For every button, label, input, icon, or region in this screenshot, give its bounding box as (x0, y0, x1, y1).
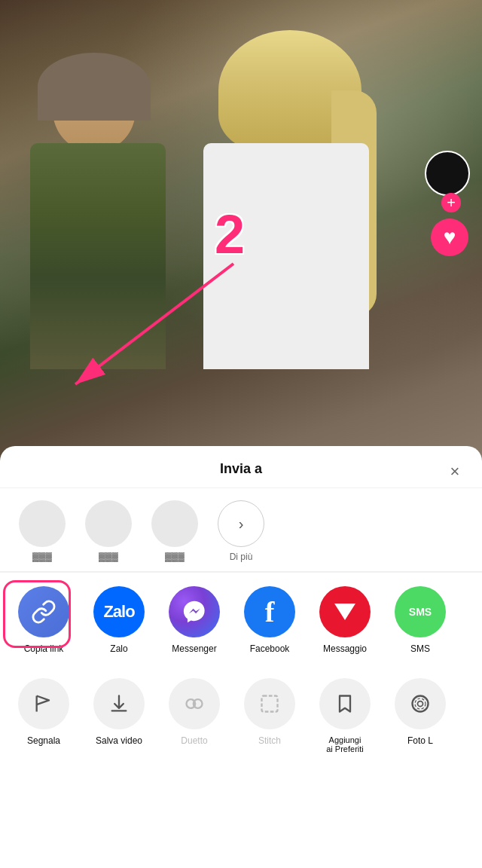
apps-row: Copia link Zalo Zalo Messenger f Fac (0, 573, 482, 665)
segnala-icon (18, 678, 69, 729)
foto-l-label: Foto L (407, 735, 433, 746)
stitch-icon-svg (259, 693, 280, 714)
friend-avatar (85, 500, 132, 547)
facebook-button[interactable]: f Facebook (232, 586, 307, 654)
zalo-icon: Zalo (93, 586, 145, 637)
video-background: 2 + ♥ (0, 0, 482, 467)
segnala-button[interactable]: Segnala (6, 678, 81, 746)
more-friends-item[interactable]: › Di più (214, 500, 268, 562)
salva-video-button[interactable]: Salva video (81, 678, 157, 746)
flag-icon (33, 693, 54, 714)
sms-button[interactable]: SMS SMS (383, 586, 458, 654)
follow-button[interactable]: + (441, 193, 461, 212)
friends-row: ▓▓▓ ▓▓▓ ▓▓▓ › Di più (0, 488, 482, 572)
sms-label: SMS (410, 643, 430, 654)
sms-icon: SMS (395, 586, 446, 637)
facebook-icon: f (244, 586, 295, 637)
messenger-button[interactable]: Messenger (157, 586, 232, 654)
messaggio-button[interactable]: Messaggio (307, 586, 383, 654)
bookmark-icon (334, 693, 355, 714)
messenger-label: Messenger (172, 643, 216, 654)
avatar (425, 151, 470, 196)
download-icon (108, 693, 130, 714)
zalo-button[interactable]: Zalo Zalo (81, 586, 157, 654)
sheet-header: Invia a × (0, 446, 482, 488)
facebook-label: Facebook (250, 643, 290, 654)
duetto-icon (169, 678, 220, 729)
messaggio-icon (319, 586, 371, 637)
messenger-icon (169, 586, 220, 637)
friend-avatar-image (85, 500, 132, 547)
foto-l-button[interactable]: Foto L (383, 678, 458, 746)
friend-avatar-image (151, 500, 198, 547)
duetto-button: Duetto (157, 678, 232, 746)
foto-icon-svg (410, 693, 431, 714)
foto-l-icon (395, 678, 446, 729)
sheet-title: Invia a (220, 461, 262, 477)
friend-avatar (151, 500, 198, 547)
friend-avatar-image (19, 500, 66, 547)
friend-avatar (19, 500, 66, 547)
stitch-icon (244, 678, 295, 729)
preferiti-icon (319, 678, 371, 729)
friend-name: ▓▓▓ (165, 552, 185, 562)
link-icon (31, 599, 56, 625)
friend-item[interactable]: ▓▓▓ (15, 500, 69, 562)
more-label: Di più (230, 552, 253, 562)
preferiti-button[interactable]: Aggiungiai Preferiti (307, 678, 383, 753)
duetto-label: Duetto (181, 735, 207, 746)
segnala-label: Segnala (27, 735, 60, 746)
share-sheet: Invia a × ▓▓▓ ▓▓▓ ▓▓▓ › Di più (0, 446, 482, 868)
preferiti-label: Aggiungiai Preferiti (326, 735, 364, 753)
actions-row: Segnala Salva video Duetto (0, 665, 482, 753)
messaggio-label: Messaggio (323, 643, 367, 654)
stitch-label: Stitch (258, 735, 281, 746)
salva-video-label: Salva video (96, 735, 142, 746)
zalo-label: Zalo (110, 643, 127, 654)
friend-item[interactable]: ▓▓▓ (81, 500, 136, 562)
salva-video-icon (93, 678, 145, 729)
like-button[interactable]: ♥ (431, 219, 468, 256)
svg-point-6 (418, 701, 423, 707)
friend-item[interactable]: ▓▓▓ (148, 500, 202, 562)
triangle-icon (334, 604, 355, 620)
friend-name: ▓▓▓ (99, 552, 118, 562)
more-button[interactable]: › (218, 500, 264, 547)
svg-point-7 (415, 698, 426, 709)
copy-link-icon (18, 586, 69, 637)
svg-rect-4 (262, 696, 278, 712)
stitch-button: Stitch (232, 678, 307, 746)
duetto-icon-svg (184, 693, 205, 714)
close-button[interactable]: × (443, 460, 467, 484)
copy-link-button[interactable]: Copia link (6, 586, 81, 654)
step-number: 2 (215, 203, 245, 265)
messenger-logo-icon (182, 599, 207, 625)
friend-name: ▓▓▓ (32, 552, 52, 562)
